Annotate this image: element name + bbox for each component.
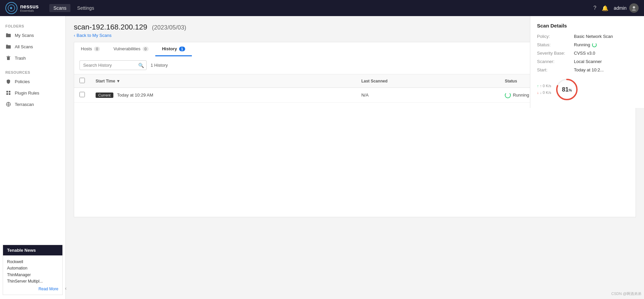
- detail-start: Start: Today at 10:2...: [537, 67, 637, 72]
- user-menu[interactable]: admin: [614, 3, 639, 13]
- tab-history-badge: 1: [179, 47, 185, 51]
- breadcrumb[interactable]: ‹ Back to My Scans: [74, 33, 186, 38]
- sidebar-item-terrascan[interactable]: Terrascan: [0, 99, 65, 110]
- status-detail-spinner-icon: [592, 43, 597, 47]
- sort-arrow-icon: ▼: [116, 79, 120, 83]
- severity-label: Severity Base:: [537, 51, 574, 56]
- history-count: 1 History: [151, 63, 168, 68]
- tab-vulnerabilities[interactable]: Vulnerabilities 0: [107, 42, 155, 56]
- read-more-link[interactable]: Read More: [7, 285, 58, 291]
- plugin-rules-label: Plugin Rules: [15, 91, 39, 96]
- progress-percent: %: [569, 88, 572, 92]
- speed-down-label: ↓ ↓ 0 K/s: [537, 89, 551, 96]
- puzzle-icon: [5, 90, 11, 96]
- news-line-4: ThinServer Multipl...: [7, 278, 58, 285]
- svg-rect-5: [6, 56, 10, 57]
- detail-scanner: Scanner: Local Scanner: [537, 59, 637, 64]
- sidebar-collapse-button[interactable]: ‹: [62, 284, 70, 292]
- sidebar: FOLDERS My Scans All Scans Trash: [0, 16, 66, 299]
- policies-label: Policies: [15, 79, 30, 84]
- speed-info: ↑ ↑ 0 K/s ↓ ↓ 0 K/s: [537, 83, 551, 96]
- trash-label: Trash: [15, 56, 26, 61]
- back-label: Back to My Scans: [76, 33, 111, 38]
- speed-up-label: ↑ ↑ 0 K/s: [537, 83, 551, 89]
- detail-status: Status: Running: [537, 42, 637, 47]
- news-line-3: ThinManager: [7, 272, 58, 278]
- trash-icon: [5, 55, 11, 61]
- scan-name: scan-192.168.200.129: [74, 23, 147, 31]
- search-icon[interactable]: 🔍: [138, 63, 144, 68]
- speed-up-value: ↑ 0 K/s: [540, 84, 551, 88]
- policy-label: Policy:: [537, 34, 574, 39]
- row-select-checkbox[interactable]: [79, 92, 85, 97]
- start-label: Start:: [537, 67, 574, 72]
- nav-links: Scans Settings: [49, 4, 593, 12]
- sidebar-item-policies[interactable]: Policies: [0, 76, 65, 87]
- status-label: Status:: [537, 42, 574, 47]
- svg-rect-8: [9, 91, 10, 93]
- news-header: Tenable News: [3, 245, 62, 255]
- topnav-right: ? 🔔 admin: [593, 3, 639, 13]
- sidebar-item-my-scans[interactable]: My Scans: [0, 29, 65, 41]
- row-checkbox-cell: [74, 88, 90, 103]
- terrascan-label: Terrascan: [15, 102, 34, 107]
- nav-scans[interactable]: Scans: [49, 4, 70, 12]
- scan-details-title: Scan Details: [537, 23, 637, 28]
- tab-hosts[interactable]: Hosts 0: [74, 42, 107, 56]
- progress-circle: 81%: [555, 78, 579, 101]
- svg-rect-2: [6, 34, 11, 37]
- sidebar-item-all-scans[interactable]: All Scans: [0, 41, 65, 52]
- app-name: nessus: [20, 4, 39, 9]
- sidebar-item-trash[interactable]: Trash: [0, 52, 65, 64]
- tab-hosts-label: Hosts: [81, 46, 92, 51]
- col-status-label: Status: [505, 79, 517, 83]
- tab-hosts-badge: 0: [94, 47, 100, 51]
- status-value: Running: [513, 93, 529, 98]
- sidebar-item-plugin-rules[interactable]: Plugin Rules: [0, 87, 65, 99]
- search-input[interactable]: [79, 60, 147, 70]
- cell-last-scanned: N/A: [356, 88, 499, 103]
- notifications-icon[interactable]: 🔔: [602, 5, 608, 11]
- shield-icon: [5, 78, 11, 84]
- logo-icon: [5, 2, 17, 14]
- top-navigation: nessus Essentials Scans Settings ? 🔔 adm…: [0, 0, 644, 16]
- app-subtitle: Essentials: [20, 9, 39, 12]
- all-scans-label: All Scans: [15, 44, 33, 49]
- current-badge: Current: [96, 93, 113, 98]
- folders-label: FOLDERS: [0, 21, 65, 29]
- my-scans-label: My Scans: [15, 33, 34, 38]
- tab-vulnerabilities-badge: 0: [143, 47, 149, 51]
- svg-rect-7: [6, 91, 8, 93]
- select-all-header: [74, 74, 90, 88]
- svg-point-1: [633, 6, 635, 9]
- policy-value: Basic Network Scan: [574, 34, 613, 39]
- progress-area: ↑ ↑ 0 K/s ↓ ↓ 0 K/s 81%: [537, 78, 637, 101]
- down-arrow-icon: ↓: [537, 91, 539, 95]
- tenable-news-widget: Tenable News Rockwell Automation ThinMan…: [3, 245, 63, 295]
- status-text: Running: [574, 42, 590, 47]
- scan-date: (2023/05/03): [152, 24, 186, 31]
- progress-value: 81: [562, 86, 569, 93]
- help-icon[interactable]: ?: [593, 5, 596, 11]
- nav-settings[interactable]: Settings: [73, 4, 98, 12]
- app-logo[interactable]: nessus Essentials: [5, 2, 39, 14]
- tab-history-label: History: [162, 46, 177, 51]
- page-title: scan-192.168.200.129 (2023/05/03): [74, 23, 186, 32]
- status-detail-value: Running: [574, 42, 597, 47]
- col-start-time-label: Start Time: [96, 79, 115, 83]
- severity-value: CVSS v3.0: [574, 51, 595, 56]
- select-all-checkbox[interactable]: [79, 78, 85, 83]
- svg-rect-10: [9, 93, 10, 95]
- col-last-scanned: Last Scanned: [356, 74, 499, 88]
- detail-policy: Policy: Basic Network Scan: [537, 34, 637, 39]
- col-start-time[interactable]: Start Time ▼: [90, 74, 356, 88]
- start-time-value: Today at 10:29 AM: [117, 93, 153, 98]
- scanner-value: Local Scanner: [574, 59, 602, 64]
- folder-icon-all: [5, 44, 11, 50]
- tab-history[interactable]: History 1: [155, 42, 192, 56]
- up-arrow-icon: ↑: [537, 84, 539, 88]
- search-wrap: 🔍: [79, 60, 147, 70]
- running-spinner-icon: [505, 92, 511, 98]
- scanner-label: Scanner:: [537, 59, 574, 64]
- news-line-2: Automation: [7, 265, 58, 272]
